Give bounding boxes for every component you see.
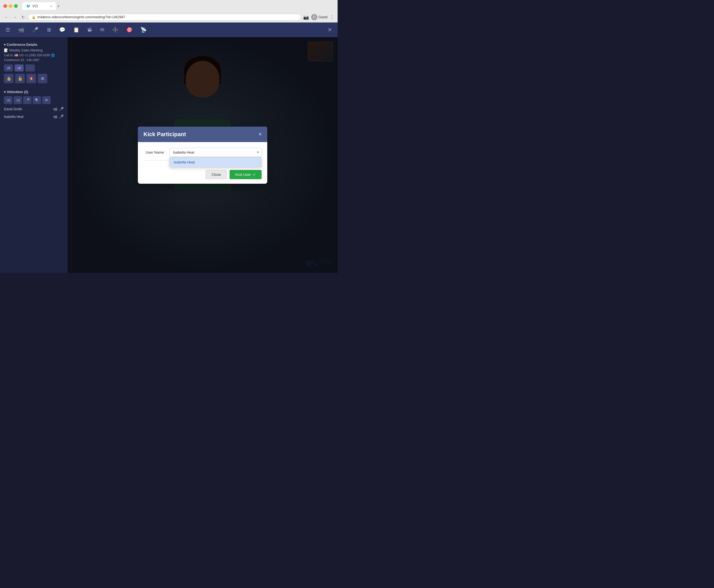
video-off-button[interactable]: off — [15, 64, 24, 71]
chat-icon[interactable]: 💬 — [58, 26, 66, 34]
call-info: Call In: 🇺🇸 US +1 (206) 928-9280 🌐 — [0, 53, 67, 58]
kick-user-button[interactable]: Kick User ✓ — [230, 170, 261, 179]
lock-icon: 🔒 — [32, 16, 36, 19]
kick-participant-modal: Kick Participant × User Name : Isabella … — [138, 127, 267, 184]
check-icon: ✓ — [253, 172, 256, 177]
video-main: VCI Kick Participant × User Name : — [67, 37, 338, 273]
username-dropdown-container: Isabella Heal ▾ Isabella Heal — [169, 148, 261, 157]
attendee-filter-row: 📹 📹 🎤 🔍 ✉ — [0, 95, 67, 105]
lock-button[interactable]: 🔒 — [4, 74, 14, 83]
add-icon[interactable]: ➕ — [111, 26, 120, 34]
filter-message-button[interactable]: ✉ — [42, 96, 51, 104]
modal-header: Kick Participant × — [138, 127, 267, 142]
close-nav-icon[interactable]: ✕ — [327, 26, 333, 34]
phone-button[interactable]: 📞 — [25, 64, 35, 71]
attendee-mic-icon: 🎤 — [59, 114, 64, 119]
target-icon[interactable]: 🎯 — [125, 26, 134, 34]
username-form-row: User Name : Isabella Heal ▾ Isabella Hea… — [144, 148, 261, 157]
modal-overlay: Kick Participant × User Name : Isabella … — [67, 37, 338, 273]
main-content: ▾ Conference Details 📝 Weekly Sales Meet… — [0, 37, 338, 273]
meeting-name: 📝 Weekly Sales Meeting — [0, 48, 67, 53]
sidebar-controls: off off 📞 — [0, 62, 67, 74]
attendee-isabella-icons: 📹 🎤 — [53, 114, 64, 119]
username-dropdown[interactable]: Isabella Heal — [169, 148, 261, 157]
video-library-icon[interactable]: 📽 — [86, 26, 93, 34]
title-bar: 🐦 VCI × + — [0, 0, 338, 12]
tab-favicon: 🐦 — [26, 4, 31, 8]
profile-label: Guest — [318, 15, 328, 19]
video-icon[interactable]: 📹 — [17, 26, 25, 34]
maximize-window-button[interactable] — [14, 4, 18, 8]
attendee-name: Isabella Heal — [4, 115, 53, 119]
broadcast-icon[interactable]: 📡 — [139, 26, 148, 34]
modal-close-button[interactable]: × — [258, 131, 261, 137]
microphone-icon[interactable]: 🎤 — [31, 26, 39, 34]
filter-video-off-button[interactable]: 📹 — [14, 96, 22, 104]
attendees-header: ▾ Attendees (2) — [0, 88, 67, 95]
profile-button[interactable]: G Guest — [311, 14, 328, 20]
app-container: ☰ 📹 🎤 🖥 💬 📋 📽 ✉ ➕ 🎯 📡 ✕ ▾ Conference Det… — [0, 22, 338, 273]
attendee-video-icon: 📹 — [53, 114, 57, 119]
tab-label: VCI — [33, 4, 38, 8]
settings-button[interactable]: ⚙ — [38, 74, 47, 83]
unlock-button[interactable]: 🔓 — [15, 74, 25, 83]
username-label: User Name : — [144, 150, 166, 154]
browser-chrome: 🐦 VCI × + ← → ↻ 🔒 m4demo.videoconferenci… — [0, 0, 338, 22]
avatar: G — [311, 14, 317, 20]
attendee-david-icons: 📹 🎤 — [53, 107, 64, 111]
dropdown-item-isabella[interactable]: Isabella Heal — [170, 157, 261, 167]
modal-title: Kick Participant — [144, 131, 186, 138]
attendee-name: David Smith — [4, 107, 53, 111]
icon-controls-row: 🔒 🔓 🔇 ⚙ — [0, 74, 67, 86]
forward-button[interactable]: → — [12, 14, 18, 20]
hamburger-menu-icon[interactable]: ☰ — [4, 26, 11, 34]
back-button[interactable]: ← — [3, 14, 9, 20]
email-icon[interactable]: ✉ — [99, 26, 105, 34]
audio-off-button[interactable]: off — [4, 64, 13, 71]
conference-details-header: ▾ Conference Details — [0, 41, 67, 48]
attendee-mic-icon: 🎤 — [59, 107, 64, 111]
filter-mute-button[interactable]: 🎤 — [23, 96, 31, 104]
mute-button[interactable]: 🔇 — [26, 74, 36, 83]
screen-share-icon[interactable]: 🖥 — [45, 26, 52, 34]
new-tab-button[interactable]: + — [57, 4, 60, 9]
address-input[interactable]: 🔒 m4demo.videoconferencinginfo.com/meeti… — [28, 14, 301, 21]
attendee-video-icon: 📹 — [53, 107, 57, 111]
tab-bar: 🐦 VCI × + — [20, 2, 62, 10]
kick-user-label: Kick User — [235, 172, 251, 177]
conference-id: Conference ID : 146-2987 — [0, 58, 67, 62]
attendees-collapse-icon[interactable]: ▾ — [4, 90, 6, 94]
tab-close-button[interactable]: × — [50, 4, 52, 8]
address-bar: ← → ↻ 🔒 m4demo.videoconferencinginfo.com… — [0, 12, 338, 22]
url-text: m4demo.videoconferencinginfo.com/meeting… — [37, 15, 125, 19]
sidebar: ▾ Conference Details 📝 Weekly Sales Meet… — [0, 37, 67, 273]
documents-icon[interactable]: 📋 — [72, 26, 81, 34]
modal-body: User Name : Isabella Heal ▾ Isabella Hea… — [138, 142, 267, 166]
top-nav: ☰ 📹 🎤 🖥 💬 📋 📽 ✉ ➕ 🎯 📡 ✕ — [0, 22, 338, 37]
filter-video-all-button[interactable]: 📹 — [4, 96, 13, 104]
minimize-window-button[interactable] — [9, 4, 13, 8]
refresh-button[interactable]: ↻ — [20, 14, 26, 20]
traffic-lights — [3, 4, 18, 8]
browser-menu-button[interactable]: ⋮ — [330, 15, 334, 20]
filter-search-button[interactable]: 🔍 — [33, 96, 41, 104]
browser-menu: 📷 G Guest ⋮ — [303, 14, 334, 20]
attendee-isabella-heal: Isabella Heal 📹 🎤 — [0, 113, 67, 121]
cast-button[interactable]: 📷 — [303, 15, 309, 20]
modal-footer: Close Kick User ✓ — [138, 166, 267, 184]
close-button[interactable]: Close — [206, 170, 227, 179]
video-area: VCI Kick Participant × User Name : — [67, 37, 338, 273]
active-tab[interactable]: 🐦 VCI × — [22, 2, 56, 10]
attendee-david-smith: David Smith 📹 🎤 — [0, 105, 67, 113]
close-window-button[interactable] — [3, 4, 7, 8]
dropdown-menu[interactable]: Isabella Heal — [169, 157, 261, 167]
edit-icon: 📝 — [4, 48, 8, 52]
collapse-arrow-icon[interactable]: ▾ — [4, 43, 6, 47]
attendees-section: ▾ Attendees (2) 📹 📹 🎤 🔍 ✉ David Smith 📹 … — [0, 86, 67, 123]
